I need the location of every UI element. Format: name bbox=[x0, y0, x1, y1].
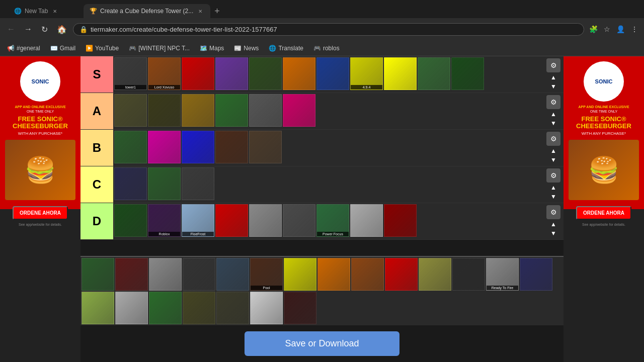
tier-gear-button[interactable]: ⚙ bbox=[546, 168, 560, 183]
bookmark-roblox[interactable]: 🎮 roblos bbox=[310, 44, 343, 53]
tab-tiermaker[interactable]: 🏆 Create a Cube Defense Tower (2... ✕ bbox=[84, 4, 210, 18]
pool-item[interactable] bbox=[351, 258, 384, 291]
tab-close-active[interactable]: ✕ bbox=[196, 8, 204, 15]
tier-item[interactable] bbox=[249, 94, 282, 127]
tier-items-d[interactable]: RobloxFloeFrostPower Focus bbox=[113, 203, 543, 239]
tier-up-button[interactable]: ▲ bbox=[549, 73, 557, 81]
tier-item[interactable] bbox=[114, 131, 147, 163]
tier-item[interactable] bbox=[249, 204, 282, 237]
save-download-button[interactable]: Save or Download bbox=[245, 331, 399, 356]
tier-item[interactable]: Roblox bbox=[148, 204, 181, 237]
tier-item[interactable] bbox=[451, 57, 484, 90]
back-button[interactable]: ← bbox=[4, 23, 18, 36]
tier-item[interactable] bbox=[384, 57, 417, 90]
pool-item[interactable] bbox=[115, 292, 148, 324]
tier-gear-button[interactable]: ⚙ bbox=[546, 58, 560, 72]
tier-item[interactable] bbox=[148, 131, 181, 163]
pool-item[interactable] bbox=[216, 258, 249, 291]
profile-button[interactable]: 👤 bbox=[614, 23, 627, 35]
bookmark-button[interactable]: ☆ bbox=[602, 23, 612, 35]
tier-up-button[interactable]: ▲ bbox=[549, 184, 557, 192]
bookmark-translate[interactable]: 🌐 Translate bbox=[266, 44, 306, 53]
tier-item[interactable] bbox=[215, 204, 248, 237]
tier-item[interactable] bbox=[215, 94, 248, 127]
tier-item[interactable]: 4.9.4 bbox=[350, 57, 383, 90]
right-ad[interactable]: SONIC APP AND ONLINE EXCLUSIVE ONE TIME … bbox=[564, 56, 644, 362]
tier-up-button[interactable]: ▲ bbox=[549, 147, 557, 155]
pool-item[interactable] bbox=[284, 258, 316, 291]
tier-up-button[interactable]: ▲ bbox=[549, 110, 557, 118]
tier-down-button[interactable]: ▼ bbox=[549, 156, 557, 164]
tier-gear-button[interactable]: ⚙ bbox=[546, 205, 560, 219]
bookmark-gmail[interactable]: ✉️ Gmail bbox=[47, 44, 78, 53]
tier-item[interactable] bbox=[148, 94, 181, 127]
ordene-button-right[interactable]: ORDENE AHORA bbox=[576, 206, 631, 220]
tier-items-a[interactable] bbox=[113, 93, 543, 129]
bookmark-npc[interactable]: 🎮 [WINTER] NPC T... bbox=[126, 44, 193, 53]
tier-item[interactable] bbox=[148, 167, 181, 200]
tier-item[interactable] bbox=[182, 167, 214, 200]
tier-item[interactable] bbox=[215, 131, 248, 163]
pool-item[interactable] bbox=[183, 292, 215, 324]
tier-item[interactable] bbox=[114, 167, 147, 200]
tier-down-button[interactable]: ▼ bbox=[549, 119, 557, 127]
tier-item[interactable] bbox=[350, 204, 383, 237]
new-tab-button[interactable]: + bbox=[210, 6, 224, 17]
extensions-button[interactable]: 🧩 bbox=[587, 23, 600, 35]
bookmark-general[interactable]: 📢 #general bbox=[4, 44, 43, 53]
pool-item[interactable] bbox=[82, 292, 114, 324]
tier-item[interactable] bbox=[249, 57, 282, 90]
url-input[interactable] bbox=[91, 26, 578, 33]
left-ad[interactable]: SONIC APP AND ONLINE EXCLUSIVE ONE TIME … bbox=[0, 56, 80, 362]
tier-items-c[interactable] bbox=[113, 166, 543, 203]
bookmark-youtube[interactable]: ▶️ YouTube bbox=[83, 44, 122, 53]
tier-item[interactable] bbox=[215, 57, 248, 90]
tier-down-button[interactable]: ▼ bbox=[549, 82, 557, 90]
bookmark-news[interactable]: 📰 News bbox=[231, 44, 262, 53]
tier-item[interactable] bbox=[283, 57, 315, 90]
menu-button[interactable]: ⋮ bbox=[629, 23, 640, 35]
tier-down-button[interactable]: ▼ bbox=[549, 193, 557, 201]
pool-item[interactable] bbox=[520, 258, 552, 291]
pool-item[interactable] bbox=[284, 292, 316, 324]
tab-newtab[interactable]: 🌐 New Tab ✕ bbox=[8, 4, 84, 18]
tier-item[interactable] bbox=[418, 57, 450, 90]
tier-item[interactable] bbox=[283, 94, 315, 127]
tier-item[interactable] bbox=[384, 204, 417, 237]
pool-item[interactable] bbox=[419, 258, 451, 291]
refresh-button[interactable]: ↻ bbox=[38, 23, 51, 36]
pool-item[interactable] bbox=[183, 258, 215, 291]
address-bar[interactable]: 🔒 bbox=[73, 23, 584, 36]
tier-item[interactable] bbox=[114, 204, 147, 237]
tab-close[interactable]: ✕ bbox=[51, 8, 59, 15]
tier-item[interactable] bbox=[283, 204, 315, 237]
tier-item[interactable] bbox=[182, 57, 214, 90]
pool-item[interactable] bbox=[149, 292, 182, 324]
tier-item[interactable] bbox=[114, 94, 147, 127]
tier-item[interactable] bbox=[316, 57, 349, 90]
home-button[interactable]: 🏠 bbox=[54, 23, 70, 36]
pool-item[interactable] bbox=[149, 258, 182, 291]
pool-item[interactable]: Pool bbox=[250, 258, 283, 291]
tier-item[interactable]: Lord Xovuso bbox=[148, 57, 181, 90]
pool-item[interactable] bbox=[216, 292, 249, 324]
pool-item[interactable] bbox=[82, 258, 114, 291]
pool-item[interactable] bbox=[317, 258, 350, 291]
tier-gear-button[interactable]: ⚙ bbox=[546, 132, 560, 146]
pool-item[interactable] bbox=[115, 258, 148, 291]
tier-items-b[interactable] bbox=[113, 130, 543, 166]
tier-items-s[interactable]: tower1Lord Xovuso4.9.4 bbox=[113, 56, 543, 93]
pool-item[interactable]: Ready To Fire bbox=[486, 258, 519, 291]
forward-button[interactable]: → bbox=[21, 23, 35, 36]
pool-item[interactable] bbox=[385, 258, 418, 291]
bookmark-maps[interactable]: 🗺️ Maps bbox=[197, 44, 227, 53]
tier-up-button[interactable]: ▲ bbox=[549, 220, 557, 228]
tier-item[interactable]: tower1 bbox=[114, 57, 147, 90]
ordene-button[interactable]: ORDENE AHORA bbox=[13, 206, 68, 220]
pool-item[interactable] bbox=[452, 258, 485, 291]
tier-item[interactable] bbox=[182, 94, 214, 127]
tier-down-button[interactable]: ▼ bbox=[549, 229, 557, 237]
tier-item[interactable]: Power Focus bbox=[316, 204, 349, 237]
tier-item[interactable] bbox=[249, 131, 282, 163]
tier-gear-button[interactable]: ⚙ bbox=[546, 95, 560, 109]
